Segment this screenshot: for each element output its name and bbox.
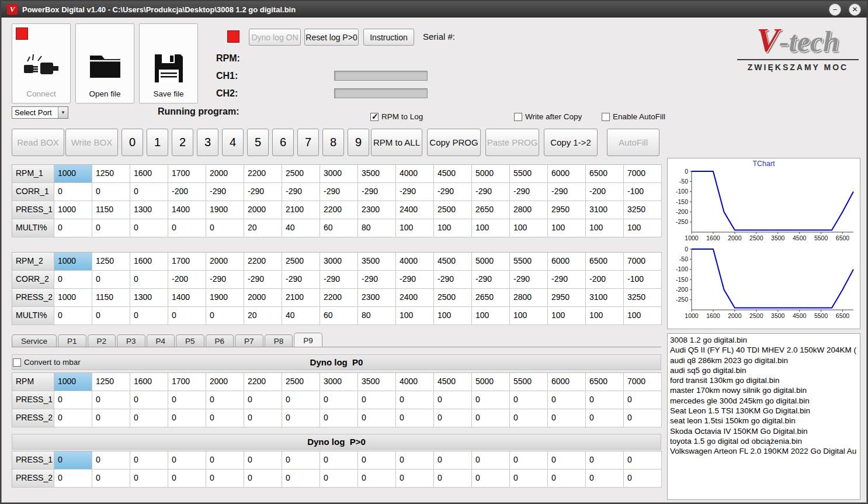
cell-press_2-12[interactable]: 2800: [510, 289, 548, 307]
cell-press_2-6[interactable]: 0: [282, 409, 320, 427]
select-port-dropdown[interactable]: Select Port ▼: [12, 106, 68, 119]
cell-corr_1-3[interactable]: -200: [168, 183, 206, 201]
cell-corr_1-15[interactable]: -100: [624, 183, 662, 201]
cell-rpm_1-4[interactable]: 2000: [206, 165, 244, 183]
cell-press_1-2[interactable]: 0: [130, 391, 168, 409]
cell-rpm-9[interactable]: 4000: [396, 373, 434, 391]
cell-press_1-7[interactable]: 0: [320, 451, 358, 470]
file-item[interactable]: Audi Q5 II (FY FL) 40 TDI MHEV 2.0 150kW…: [670, 345, 860, 355]
cell-multi%-15[interactable]: 100: [624, 219, 662, 237]
cell-rpm_2-12[interactable]: 5500: [510, 253, 548, 271]
cell-press_2-14[interactable]: 0: [586, 470, 624, 488]
cell-press_2-13[interactable]: 2950: [548, 289, 586, 307]
cell-press_2-5[interactable]: 0: [244, 470, 282, 488]
minimize-button[interactable]: –: [829, 4, 841, 16]
connect-button[interactable]: Connect: [12, 23, 71, 103]
cell-press_1-3[interactable]: 1400: [168, 201, 206, 219]
cell-press_1-8[interactable]: 2300: [358, 201, 396, 219]
cell-rpm-6[interactable]: 2500: [282, 373, 320, 391]
write-after-copy-box[interactable]: [514, 113, 522, 121]
cell-press_1-7[interactable]: 0: [320, 391, 358, 409]
tab-p1[interactable]: P1: [58, 334, 86, 347]
cell-corr_2-15[interactable]: -100: [624, 271, 662, 289]
reset-log-button[interactable]: Reset log P>0: [304, 29, 359, 46]
cell-rpm_2-11[interactable]: 5000: [472, 253, 510, 271]
cell-press_2-11[interactable]: 2650: [472, 289, 510, 307]
cell-press_1-4[interactable]: 0: [206, 391, 244, 409]
cell-rpm-12[interactable]: 5500: [510, 373, 548, 391]
cell-multi%-7[interactable]: 60: [320, 219, 358, 237]
cell-multi%-12[interactable]: 100: [510, 307, 548, 325]
cell-press_2-14[interactable]: 3100: [586, 289, 624, 307]
cell-corr_1-12[interactable]: -290: [510, 183, 548, 201]
cell-corr_2-14[interactable]: -200: [586, 271, 624, 289]
cell-rpm_2-4[interactable]: 2000: [206, 253, 244, 271]
cell-press_1-12[interactable]: 0: [510, 391, 548, 409]
cell-press_1-4[interactable]: 0: [206, 451, 244, 470]
cell-rpm-7[interactable]: 3000: [320, 373, 358, 391]
cell-press_2-8[interactable]: 0: [358, 470, 396, 488]
cell-rpm_1-7[interactable]: 3000: [320, 165, 358, 183]
cell-rpm_2-14[interactable]: 6500: [586, 253, 624, 271]
cell-press_2-0[interactable]: 1000: [54, 289, 92, 307]
cell-press_2-13[interactable]: 0: [548, 409, 586, 427]
cell-rpm_1-11[interactable]: 5000: [472, 165, 510, 183]
cell-rpm-4[interactable]: 2000: [206, 373, 244, 391]
cell-corr_1-1[interactable]: 0: [92, 183, 130, 201]
cell-press_2-15[interactable]: 3250: [624, 289, 662, 307]
cell-corr_1-10[interactable]: -290: [434, 183, 472, 201]
cell-multi%-0[interactable]: 0: [54, 219, 92, 237]
cell-multi%-2[interactable]: 0: [130, 307, 168, 325]
cell-rpm_2-1[interactable]: 1250: [92, 253, 130, 271]
dropdown-arrow-icon[interactable]: ▼: [58, 107, 68, 118]
cell-press_2-9[interactable]: 2400: [396, 289, 434, 307]
cell-press_1-10[interactable]: 0: [434, 391, 472, 409]
cell-press_1-4[interactable]: 1900: [206, 201, 244, 219]
cell-rpm_2-7[interactable]: 3000: [320, 253, 358, 271]
cell-press_2-10[interactable]: 0: [434, 470, 472, 488]
cell-rpm_2-3[interactable]: 1700: [168, 253, 206, 271]
cell-multi%-3[interactable]: 0: [168, 219, 206, 237]
cell-press_2-12[interactable]: 0: [510, 470, 548, 488]
cell-corr_1-5[interactable]: -290: [244, 183, 282, 201]
cell-corr_1-2[interactable]: 0: [130, 183, 168, 201]
cell-press_2-5[interactable]: 0: [244, 409, 282, 427]
cell-corr_2-3[interactable]: -200: [168, 271, 206, 289]
cell-press_1-14[interactable]: 0: [586, 391, 624, 409]
cell-press_1-13[interactable]: 0: [548, 391, 586, 409]
digit-button-3[interactable]: 3: [197, 129, 218, 156]
cell-rpm_1-9[interactable]: 4000: [396, 165, 434, 183]
cell-rpm-0[interactable]: 1000: [54, 373, 92, 391]
cell-corr_1-8[interactable]: -290: [358, 183, 396, 201]
cell-press_2-6[interactable]: 0: [282, 470, 320, 488]
digit-button-8[interactable]: 8: [322, 129, 344, 156]
file-item[interactable]: audi sq5 go digital.bin: [670, 365, 860, 375]
cell-multi%-8[interactable]: 80: [358, 307, 396, 325]
cell-press_2-2[interactable]: 1300: [130, 289, 168, 307]
tab-p7[interactable]: P7: [235, 334, 263, 347]
convert-to-mbar-box[interactable]: [13, 358, 21, 367]
cell-press_1-15[interactable]: 0: [624, 391, 662, 409]
cell-corr_2-12[interactable]: -290: [510, 271, 548, 289]
close-button[interactable]: ✕: [849, 4, 861, 16]
cell-corr_1-11[interactable]: -290: [472, 183, 510, 201]
cell-rpm-5[interactable]: 2200: [244, 373, 282, 391]
cell-press_1-2[interactable]: 0: [130, 451, 168, 470]
cell-multi%-4[interactable]: 0: [206, 219, 244, 237]
cell-rpm_1-15[interactable]: 7000: [624, 165, 662, 183]
cell-press_2-0[interactable]: 0: [54, 409, 92, 427]
cell-rpm-13[interactable]: 6000: [548, 373, 586, 391]
cell-corr_2-1[interactable]: 0: [92, 271, 130, 289]
cell-press_1-5[interactable]: 2000: [244, 201, 282, 219]
file-item[interactable]: master 170km nowy silnik go digital.bin: [670, 385, 860, 395]
cell-multi%-3[interactable]: 0: [168, 307, 206, 325]
cell-press_1-6[interactable]: 2100: [282, 201, 320, 219]
cell-rpm_2-0[interactable]: 1000: [54, 253, 92, 271]
file-item[interactable]: 3008 1.2 go digital.bin: [670, 335, 860, 345]
cell-rpm_2-9[interactable]: 4000: [396, 253, 434, 271]
cell-press_1-11[interactable]: 0: [472, 391, 510, 409]
cell-corr_1-7[interactable]: -290: [320, 183, 358, 201]
cell-rpm_1-14[interactable]: 6500: [586, 165, 624, 183]
cell-press_2-13[interactable]: 0: [548, 470, 586, 488]
cell-press_1-9[interactable]: 0: [396, 391, 434, 409]
